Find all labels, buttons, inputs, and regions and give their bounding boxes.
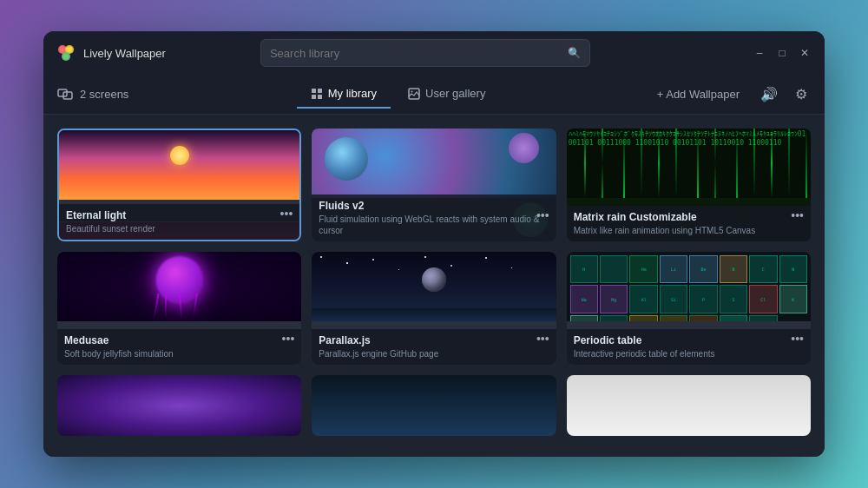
card-info-medusae: Medusae Soft body jellyfish simulation xyxy=(57,329,301,365)
card-thumbnail-row3-1 xyxy=(57,375,301,436)
card-thumbnail-fluids xyxy=(312,129,556,198)
card-desc-medusae: Soft body jellyfish simulation xyxy=(64,348,294,359)
svg-rect-11 xyxy=(318,95,322,99)
card-title-matrix: Matrix rain Customizable xyxy=(574,211,804,223)
maximize-button[interactable]: □ xyxy=(776,47,788,59)
tab-user-gallery[interactable]: User gallery xyxy=(394,80,499,109)
tab-my-library[interactable]: My library xyxy=(297,80,391,109)
card-title-parallax: Parallax.js xyxy=(319,334,549,346)
screens-info: 2 screens xyxy=(57,88,128,101)
content-area: Eternal light Beautiful sunset render ••… xyxy=(43,115,825,457)
wallpaper-grid: Eternal light Beautiful sunset render ••… xyxy=(57,129,811,436)
app-window: Lively Wallpaper 🔍 – □ ✕ 2 screens xyxy=(43,31,825,457)
svg-rect-10 xyxy=(312,95,316,99)
svg-point-4 xyxy=(67,47,72,52)
card-title-eternal: Eternal light xyxy=(66,209,293,221)
card-info-parallax: Parallax.js Parallax.js engine GitHub pa… xyxy=(312,329,556,365)
card-title-medusae: Medusae xyxy=(64,334,294,346)
card-title-fluids: Fluids v2 xyxy=(319,200,549,212)
navbar: 2 screens My library User gallery xyxy=(43,75,825,115)
wallpaper-card-matrix[interactable]: ﾊﾊﾐﾊﾓﾏｳｿﾔｲｺﾁｺｼｿﾞﾎﾞｸﾓｽｷﾁﾂｳｵｶｷｸｹｺｻｼｽｾｿﾀﾁﾂﾃ… xyxy=(567,129,811,241)
card-info-eternal: Eternal light Beautiful sunset render xyxy=(59,204,299,240)
wallpaper-card-periodic[interactable]: HHe LiBe B C N NaMg AlSiPSCl K Ca ScTiVC… xyxy=(567,252,811,365)
svg-point-13 xyxy=(411,90,413,92)
card-menu-eternal[interactable]: ••• xyxy=(280,207,293,221)
volume-button[interactable]: 🔊 xyxy=(757,82,781,106)
gallery-icon xyxy=(408,88,420,100)
card-info-matrix: Matrix rain Customizable Matrix like rai… xyxy=(567,206,811,241)
wallpaper-card-eternal-light[interactable]: Eternal light Beautiful sunset render ••… xyxy=(57,129,301,241)
settings-button[interactable]: ⚙ xyxy=(792,82,811,106)
nav-actions: + Add Wallpaper 🔊 ⚙ xyxy=(650,82,811,106)
nav-tabs: My library User gallery xyxy=(146,80,649,109)
window-controls: – □ ✕ xyxy=(753,47,811,59)
svg-rect-7 xyxy=(63,92,72,99)
library-icon xyxy=(311,88,323,100)
minimize-button[interactable]: – xyxy=(753,47,766,59)
app-logo-icon xyxy=(57,44,75,62)
wallpaper-card-row3-2[interactable] xyxy=(312,375,556,436)
card-desc-periodic: Interactive periodic table of elements xyxy=(574,348,804,359)
search-bar[interactable]: 🔍 xyxy=(260,39,590,67)
wallpaper-card-parallax[interactable]: Parallax.js Parallax.js engine GitHub pa… xyxy=(312,252,556,365)
card-info-periodic: Periodic table Interactive periodic tabl… xyxy=(567,329,811,365)
card-thumbnail-row3-2 xyxy=(312,375,556,436)
card-menu-medusae[interactable]: ••• xyxy=(282,332,295,346)
card-thumbnail-row3-3 xyxy=(567,375,811,436)
wallpaper-card-fluids[interactable]: Fluids v2 Fluid simulation using WebGL r… xyxy=(312,129,556,241)
svg-rect-6 xyxy=(58,89,67,96)
search-icon: 🔍 xyxy=(568,47,581,59)
add-wallpaper-label: + Add Wallpaper xyxy=(657,88,740,101)
wallpaper-card-row3-3[interactable] xyxy=(567,375,811,436)
app-title: Lively Wallpaper xyxy=(83,47,166,60)
user-gallery-label: User gallery xyxy=(425,87,485,100)
card-menu-matrix[interactable]: ••• xyxy=(791,208,804,222)
card-thumbnail-parallax xyxy=(312,252,556,321)
card-thumbnail-periodic: HHe LiBe B C N NaMg AlSiPSCl K Ca ScTiVC… xyxy=(567,252,811,321)
titlebar: Lively Wallpaper 🔍 – □ ✕ xyxy=(43,31,825,75)
close-button[interactable]: ✕ xyxy=(799,47,811,59)
card-desc-fluids: Fluid simulation using WebGL reacts with… xyxy=(319,214,549,236)
matrix-chars-display: ﾊﾊﾐﾊﾓﾏｳｿﾔｲｺﾁｺｼｿﾞﾎﾞｸﾓｽｷﾁﾂｳｵｶｷｸｹｺｻｼｽｾｿﾀﾁﾂﾃ… xyxy=(567,129,811,198)
search-input[interactable] xyxy=(270,47,561,60)
wallpaper-card-row3-1[interactable] xyxy=(57,375,301,436)
card-desc-matrix: Matrix like rain animation using HTML5 C… xyxy=(574,225,804,236)
card-desc-parallax: Parallax.js engine GitHub page xyxy=(319,348,549,359)
screens-label: 2 screens xyxy=(80,88,128,101)
card-thumbnail-eternal xyxy=(59,130,299,200)
card-info-fluids: Fluids v2 Fluid simulation using WebGL r… xyxy=(312,195,556,241)
svg-rect-8 xyxy=(312,89,316,93)
add-wallpaper-button[interactable]: + Add Wallpaper xyxy=(650,84,746,104)
card-thumbnail-matrix: ﾊﾊﾐﾊﾓﾏｳｿﾔｲｺﾁｺｼｿﾞﾎﾞｸﾓｽｷﾁﾂｳｵｶｷｸｹｺｻｼｽｾｿﾀﾁﾂﾃ… xyxy=(567,129,811,198)
svg-point-3 xyxy=(60,47,65,52)
card-menu-parallax[interactable]: ••• xyxy=(536,332,549,346)
svg-point-5 xyxy=(63,54,69,59)
wallpaper-card-medusae[interactable]: Medusae Soft body jellyfish simulation •… xyxy=(57,252,301,365)
svg-rect-9 xyxy=(318,89,322,93)
card-title-periodic: Periodic table xyxy=(574,334,804,346)
screens-icon xyxy=(57,89,73,101)
card-thumbnail-medusae xyxy=(57,252,301,321)
my-library-label: My library xyxy=(328,87,377,100)
card-menu-periodic[interactable]: ••• xyxy=(791,332,804,346)
card-desc-eternal: Beautiful sunset render xyxy=(66,223,293,234)
card-menu-fluids[interactable]: ••• xyxy=(536,208,549,222)
